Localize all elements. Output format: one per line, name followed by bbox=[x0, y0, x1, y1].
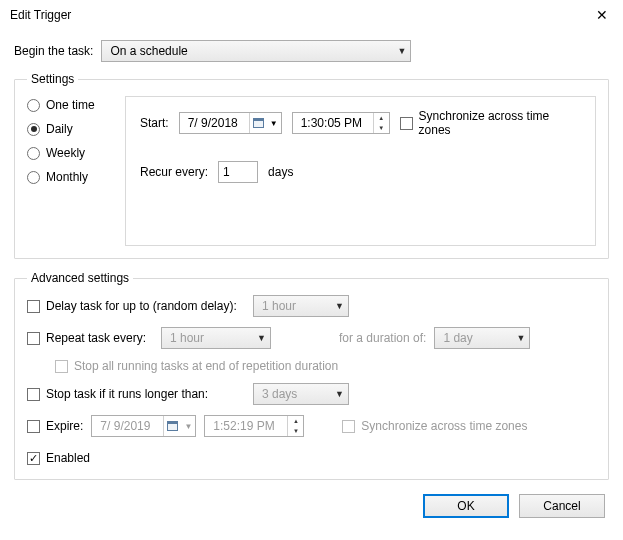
delay-task-value: 1 hour bbox=[262, 299, 296, 313]
begin-task-value: On a schedule bbox=[110, 44, 187, 58]
expire-date-picker[interactable]: 7/ 9/2019 ▼ bbox=[91, 415, 196, 437]
delay-task-label: Delay task for up to (random delay): bbox=[46, 299, 237, 313]
chevron-down-icon: ▼ bbox=[397, 46, 406, 56]
radio-weekly-label: Weekly bbox=[46, 146, 85, 160]
radio-one-time-label: One time bbox=[46, 98, 95, 112]
expire-checkbox[interactable]: Expire: bbox=[27, 419, 83, 433]
duration-label: for a duration of: bbox=[339, 331, 426, 345]
sync-timezones-checkbox[interactable]: Synchronize across time zones bbox=[400, 109, 581, 137]
checkbox-icon bbox=[27, 332, 40, 345]
repeat-task-combo[interactable]: 1 hour ▼ bbox=[161, 327, 271, 349]
stop-all-checkbox: Stop all running tasks at end of repetit… bbox=[55, 359, 338, 373]
expire-label: Expire: bbox=[46, 419, 83, 433]
start-time-picker[interactable]: 1:30:05 PM ▲▼ bbox=[292, 112, 390, 134]
checkbox-icon bbox=[27, 420, 40, 433]
expire-sync-checkbox: Synchronize across time zones bbox=[342, 419, 527, 433]
radio-daily[interactable]: Daily bbox=[27, 122, 125, 136]
calendar-icon bbox=[249, 113, 267, 133]
window-title: Edit Trigger bbox=[10, 8, 71, 22]
dialog-footer: OK Cancel bbox=[14, 492, 609, 518]
sync-timezones-label: Synchronize across time zones bbox=[419, 109, 581, 137]
chevron-down-icon: ▼ bbox=[335, 301, 344, 311]
start-date-value: 7/ 9/2018 bbox=[188, 116, 249, 130]
checkbox-icon: ✓ bbox=[27, 452, 40, 465]
radio-icon bbox=[27, 99, 40, 112]
start-label: Start: bbox=[140, 116, 169, 130]
checkbox-icon bbox=[55, 360, 68, 373]
stop-if-combo[interactable]: 3 days ▼ bbox=[253, 383, 349, 405]
ok-button[interactable]: OK bbox=[423, 494, 509, 518]
checkbox-icon bbox=[27, 300, 40, 313]
radio-daily-label: Daily bbox=[46, 122, 73, 136]
ok-button-label: OK bbox=[457, 499, 474, 513]
radio-icon bbox=[27, 147, 40, 160]
expire-sync-label: Synchronize across time zones bbox=[361, 419, 527, 433]
advanced-fieldset: Advanced settings Delay task for up to (… bbox=[14, 271, 609, 480]
start-time-value: 1:30:05 PM bbox=[301, 116, 373, 130]
expire-time-picker[interactable]: 1:52:19 PM ▲▼ bbox=[204, 415, 304, 437]
start-date-picker[interactable]: 7/ 9/2018 ▼ bbox=[179, 112, 282, 134]
duration-value: 1 day bbox=[443, 331, 472, 345]
cancel-button-label: Cancel bbox=[543, 499, 580, 513]
close-icon: ✕ bbox=[596, 7, 608, 23]
stop-all-label: Stop all running tasks at end of repetit… bbox=[74, 359, 338, 373]
radio-monthly-label: Monthly bbox=[46, 170, 88, 184]
checkbox-icon bbox=[342, 420, 355, 433]
recur-every-input[interactable] bbox=[219, 162, 249, 182]
checkbox-icon bbox=[400, 117, 413, 130]
settings-legend: Settings bbox=[27, 72, 78, 86]
begin-task-label: Begin the task: bbox=[14, 44, 93, 58]
duration-combo[interactable]: 1 day ▼ bbox=[434, 327, 530, 349]
repeat-task-value: 1 hour bbox=[170, 331, 204, 345]
begin-task-row: Begin the task: On a schedule ▼ bbox=[14, 40, 609, 62]
enabled-checkbox[interactable]: ✓ Enabled bbox=[27, 451, 90, 465]
cancel-button[interactable]: Cancel bbox=[519, 494, 605, 518]
settings-panel: Start: 7/ 9/2018 ▼ 1:30:05 PM ▲▼ bbox=[125, 96, 596, 246]
stop-if-value: 3 days bbox=[262, 387, 297, 401]
recur-every-input-wrap bbox=[218, 161, 258, 183]
chevron-down-icon: ▼ bbox=[181, 416, 195, 436]
delay-task-checkbox[interactable]: Delay task for up to (random delay): bbox=[27, 299, 245, 313]
schedule-radio-group: One time Daily Weekly Monthly bbox=[27, 96, 125, 246]
calendar-icon bbox=[163, 416, 181, 436]
repeat-task-label: Repeat task every: bbox=[46, 331, 146, 345]
radio-one-time[interactable]: One time bbox=[27, 98, 125, 112]
checkbox-icon bbox=[27, 388, 40, 401]
stop-if-label: Stop task if it runs longer than: bbox=[46, 387, 208, 401]
expire-time-value: 1:52:19 PM bbox=[213, 419, 287, 433]
recur-unit-label: days bbox=[268, 165, 293, 179]
settings-fieldset: Settings One time Daily Weekly Monthly bbox=[14, 72, 609, 259]
radio-weekly[interactable]: Weekly bbox=[27, 146, 125, 160]
advanced-legend: Advanced settings bbox=[27, 271, 133, 285]
chevron-down-icon: ▼ bbox=[516, 333, 525, 343]
close-button[interactable]: ✕ bbox=[581, 0, 623, 30]
begin-task-combo[interactable]: On a schedule ▼ bbox=[101, 40, 411, 62]
delay-task-combo[interactable]: 1 hour ▼ bbox=[253, 295, 349, 317]
repeat-task-checkbox[interactable]: Repeat task every: bbox=[27, 331, 153, 345]
recur-every-label: Recur every: bbox=[140, 165, 208, 179]
titlebar: Edit Trigger ✕ bbox=[0, 0, 623, 30]
enabled-label: Enabled bbox=[46, 451, 90, 465]
radio-icon bbox=[27, 171, 40, 184]
chevron-down-icon: ▼ bbox=[257, 333, 266, 343]
chevron-down-icon: ▼ bbox=[335, 389, 344, 399]
stop-if-checkbox[interactable]: Stop task if it runs longer than: bbox=[27, 387, 245, 401]
expire-date-value: 7/ 9/2019 bbox=[100, 419, 163, 433]
radio-monthly[interactable]: Monthly bbox=[27, 170, 125, 184]
spinner-icon: ▲▼ bbox=[287, 416, 303, 436]
chevron-down-icon: ▼ bbox=[267, 113, 281, 133]
radio-icon bbox=[27, 123, 40, 136]
spinner-icon: ▲▼ bbox=[373, 113, 389, 133]
